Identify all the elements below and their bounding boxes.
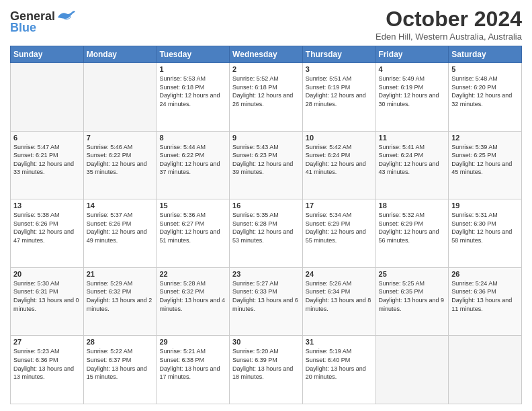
- calendar-cell-17: 17Sunrise: 5:34 AMSunset: 6:29 PMDayligh…: [302, 199, 375, 268]
- day-info: Sunrise: 5:38 AMSunset: 6:26 PMDaylight:…: [13, 211, 81, 244]
- day-number: 6: [13, 134, 81, 142]
- calendar-cell-10: 10Sunrise: 5:42 AMSunset: 6:24 PMDayligh…: [302, 131, 375, 199]
- calendar-cell-15: 15Sunrise: 5:36 AMSunset: 6:27 PMDayligh…: [157, 199, 230, 268]
- calendar-cell-24: 24Sunrise: 5:26 AMSunset: 6:34 PMDayligh…: [302, 267, 375, 336]
- day-number: 23: [232, 270, 300, 278]
- calendar-cell-empty: [11, 63, 84, 132]
- calendar-cell-3: 3Sunrise: 5:51 AMSunset: 6:19 PMDaylight…: [302, 63, 375, 132]
- day-info: Sunrise: 5:48 AMSunset: 6:20 PMDaylight:…: [451, 75, 519, 108]
- day-info: Sunrise: 5:49 AMSunset: 6:19 PMDaylight:…: [379, 75, 446, 108]
- day-number: 11: [379, 134, 446, 142]
- page: General Blue October 2024 Eden Hill, Wes…: [0, 0, 532, 411]
- day-number: 17: [306, 201, 373, 210]
- day-number: 9: [232, 134, 300, 142]
- calendar-cell-30: 30Sunrise: 5:20 AMSunset: 6:39 PMDayligh…: [230, 336, 303, 404]
- day-info: Sunrise: 5:21 AMSunset: 6:38 PMDaylight:…: [159, 347, 226, 381]
- week-row-1: 1Sunrise: 5:53 AMSunset: 6:18 PMDaylight…: [11, 63, 522, 132]
- week-row-4: 20Sunrise: 5:30 AMSunset: 6:31 PMDayligh…: [11, 267, 522, 336]
- calendar-cell-20: 20Sunrise: 5:30 AMSunset: 6:31 PMDayligh…: [11, 267, 84, 336]
- weekday-header-tuesday: Tuesday: [157, 46, 230, 63]
- day-number: 12: [451, 134, 519, 142]
- day-info: Sunrise: 5:24 AMSunset: 6:36 PMDaylight:…: [451, 279, 519, 313]
- calendar-cell-25: 25Sunrise: 5:25 AMSunset: 6:35 PMDayligh…: [375, 267, 449, 336]
- day-info: Sunrise: 5:51 AMSunset: 6:19 PMDaylight:…: [306, 75, 373, 108]
- day-number: 3: [306, 65, 373, 73]
- day-info: Sunrise: 5:36 AMSunset: 6:27 PMDaylight:…: [159, 211, 226, 244]
- day-info: Sunrise: 5:53 AMSunset: 6:18 PMDaylight:…: [159, 75, 226, 108]
- calendar-cell-31: 31Sunrise: 5:19 AMSunset: 6:40 PMDayligh…: [302, 336, 375, 404]
- week-row-2: 6Sunrise: 5:47 AMSunset: 6:21 PMDaylight…: [11, 131, 522, 199]
- calendar-cell-21: 21Sunrise: 5:29 AMSunset: 6:32 PMDayligh…: [83, 267, 157, 336]
- day-number: 27: [13, 338, 81, 346]
- day-info: Sunrise: 5:23 AMSunset: 6:36 PMDaylight:…: [13, 347, 81, 381]
- day-number: 18: [379, 201, 446, 210]
- day-info: Sunrise: 5:29 AMSunset: 6:32 PMDaylight:…: [87, 279, 154, 313]
- day-info: Sunrise: 5:25 AMSunset: 6:35 PMDaylight:…: [379, 279, 446, 313]
- day-number: 21: [87, 270, 154, 278]
- day-info: Sunrise: 5:44 AMSunset: 6:22 PMDaylight:…: [159, 143, 226, 177]
- day-number: 14: [87, 201, 154, 210]
- day-info: Sunrise: 5:22 AMSunset: 6:37 PMDaylight:…: [87, 347, 154, 381]
- calendar-cell-16: 16Sunrise: 5:35 AMSunset: 6:28 PMDayligh…: [230, 199, 303, 268]
- day-number: 24: [306, 270, 373, 278]
- calendar-cell-5: 5Sunrise: 5:48 AMSunset: 6:20 PMDaylight…: [449, 63, 522, 132]
- calendar-cell-empty: [375, 336, 449, 404]
- logo-text-blue: Blue: [10, 21, 36, 35]
- calendar-cell-23: 23Sunrise: 5:27 AMSunset: 6:33 PMDayligh…: [230, 267, 303, 336]
- day-number: 30: [232, 338, 300, 346]
- week-row-5: 27Sunrise: 5:23 AMSunset: 6:36 PMDayligh…: [11, 336, 522, 404]
- day-number: 13: [13, 201, 81, 210]
- day-number: 28: [87, 338, 154, 346]
- weekday-header-monday: Monday: [83, 46, 157, 63]
- day-info: Sunrise: 5:20 AMSunset: 6:39 PMDaylight:…: [232, 347, 300, 381]
- logo: General Blue: [10, 9, 75, 35]
- calendar-cell-27: 27Sunrise: 5:23 AMSunset: 6:36 PMDayligh…: [11, 336, 84, 404]
- day-info: Sunrise: 5:34 AMSunset: 6:29 PMDaylight:…: [306, 211, 373, 244]
- calendar-table: SundayMondayTuesdayWednesdayThursdayFrid…: [10, 46, 522, 404]
- day-number: 10: [306, 134, 373, 142]
- day-info: Sunrise: 5:31 AMSunset: 6:30 PMDaylight:…: [451, 211, 519, 244]
- calendar-cell-13: 13Sunrise: 5:38 AMSunset: 6:26 PMDayligh…: [11, 199, 84, 268]
- day-info: Sunrise: 5:19 AMSunset: 6:40 PMDaylight:…: [306, 347, 373, 381]
- day-info: Sunrise: 5:28 AMSunset: 6:32 PMDaylight:…: [159, 279, 226, 313]
- weekday-header-thursday: Thursday: [302, 46, 375, 63]
- day-info: Sunrise: 5:39 AMSunset: 6:25 PMDaylight:…: [451, 143, 519, 177]
- day-info: Sunrise: 5:46 AMSunset: 6:22 PMDaylight:…: [87, 143, 154, 177]
- day-info: Sunrise: 5:32 AMSunset: 6:29 PMDaylight:…: [379, 211, 446, 244]
- weekday-header-row: SundayMondayTuesdayWednesdayThursdayFrid…: [11, 46, 522, 63]
- calendar-cell-22: 22Sunrise: 5:28 AMSunset: 6:32 PMDayligh…: [157, 267, 230, 336]
- day-info: Sunrise: 5:30 AMSunset: 6:31 PMDaylight:…: [13, 279, 81, 313]
- day-number: 16: [232, 201, 300, 210]
- calendar-cell-29: 29Sunrise: 5:21 AMSunset: 6:38 PMDayligh…: [157, 336, 230, 404]
- day-number: 2: [232, 65, 300, 73]
- day-info: Sunrise: 5:37 AMSunset: 6:26 PMDaylight:…: [87, 211, 154, 244]
- calendar-cell-26: 26Sunrise: 5:24 AMSunset: 6:36 PMDayligh…: [449, 267, 522, 336]
- month-title: October 2024: [375, 7, 522, 32]
- header: General Blue October 2024 Eden Hill, Wes…: [10, 7, 522, 42]
- calendar-cell-11: 11Sunrise: 5:41 AMSunset: 6:24 PMDayligh…: [375, 131, 449, 199]
- day-number: 4: [379, 65, 446, 73]
- day-info: Sunrise: 5:52 AMSunset: 6:18 PMDaylight:…: [232, 75, 300, 108]
- calendar-cell-empty: [83, 63, 157, 132]
- day-info: Sunrise: 5:41 AMSunset: 6:24 PMDaylight:…: [379, 143, 446, 177]
- subtitle: Eden Hill, Western Australia, Australia: [375, 32, 522, 42]
- day-number: 19: [451, 201, 519, 210]
- calendar-cell-14: 14Sunrise: 5:37 AMSunset: 6:26 PMDayligh…: [83, 199, 157, 268]
- day-info: Sunrise: 5:27 AMSunset: 6:33 PMDaylight:…: [232, 279, 300, 313]
- day-number: 5: [451, 65, 519, 73]
- calendar-cell-2: 2Sunrise: 5:52 AMSunset: 6:18 PMDaylight…: [230, 63, 303, 132]
- day-info: Sunrise: 5:42 AMSunset: 6:24 PMDaylight:…: [306, 143, 373, 177]
- day-number: 7: [87, 134, 154, 142]
- weekday-header-saturday: Saturday: [449, 46, 522, 63]
- week-row-3: 13Sunrise: 5:38 AMSunset: 6:26 PMDayligh…: [11, 199, 522, 268]
- calendar-cell-18: 18Sunrise: 5:32 AMSunset: 6:29 PMDayligh…: [375, 199, 449, 268]
- weekday-header-friday: Friday: [375, 46, 449, 63]
- day-number: 15: [159, 201, 226, 210]
- calendar-cell-19: 19Sunrise: 5:31 AMSunset: 6:30 PMDayligh…: [449, 199, 522, 268]
- day-number: 8: [159, 134, 226, 142]
- weekday-header-sunday: Sunday: [11, 46, 84, 63]
- day-number: 20: [13, 270, 81, 278]
- title-section: October 2024 Eden Hill, Western Australi…: [375, 7, 522, 42]
- calendar-cell-4: 4Sunrise: 5:49 AMSunset: 6:19 PMDaylight…: [375, 63, 449, 132]
- calendar-cell-1: 1Sunrise: 5:53 AMSunset: 6:18 PMDaylight…: [157, 63, 230, 132]
